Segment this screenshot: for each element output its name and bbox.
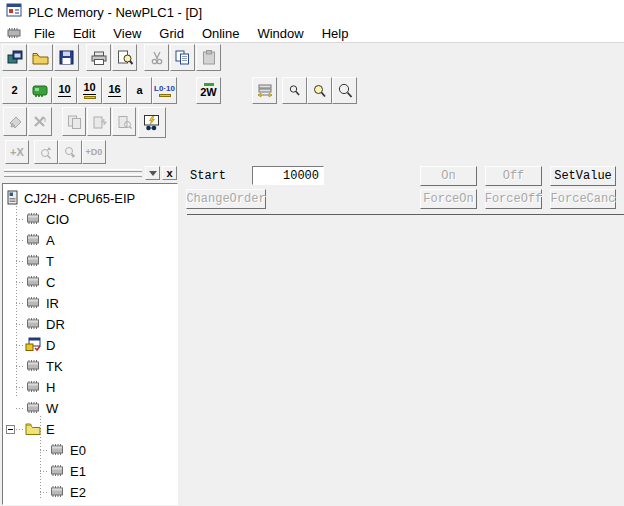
open-button[interactable] <box>28 44 53 71</box>
tree-root[interactable]: CJ2H - CPU65-EIP <box>7 188 135 209</box>
chip-icon <box>25 359 41 375</box>
panel-close-button[interactable]: x <box>162 166 177 180</box>
start-label: Start <box>190 169 226 183</box>
verify-page-button[interactable] <box>112 107 136 136</box>
menu-online[interactable]: Online <box>193 26 249 41</box>
force-cancel-all-button[interactable]: +X <box>5 140 29 164</box>
tree-item-t[interactable]: T <box>25 251 54 272</box>
tree-connector <box>16 303 25 304</box>
zoom-reset-button[interactable] <box>307 77 332 104</box>
collapse-expander[interactable] <box>6 425 15 434</box>
menu-edit[interactable]: Edit <box>64 26 104 41</box>
compare-with-plc-button[interactable] <box>62 107 86 136</box>
tree-connector <box>16 429 25 430</box>
find-next-button[interactable] <box>58 140 82 164</box>
memory-window-icon <box>25 337 41 355</box>
tree-item-e1[interactable]: E1 <box>49 461 86 482</box>
chip-icon <box>25 296 41 312</box>
chip-icon <box>25 401 41 417</box>
tree-item-label: A <box>46 233 55 248</box>
menu-view[interactable]: View <box>104 26 150 41</box>
transfer-page-up-button[interactable] <box>87 107 111 136</box>
chip-icon <box>25 275 41 291</box>
tree-item-h[interactable]: H <box>25 377 55 398</box>
tree-connector <box>40 450 49 451</box>
cut-button[interactable] <box>144 44 169 71</box>
tree-item-w[interactable]: W <box>25 398 58 419</box>
copy-button[interactable] <box>170 44 195 71</box>
setvalue-button[interactable]: SetValue <box>550 166 616 186</box>
forcecanc-button[interactable]: ForceCanc <box>550 189 616 209</box>
text-format-button[interactable]: a <box>127 77 152 104</box>
chip-icon <box>25 212 41 228</box>
chip-icon <box>49 464 65 480</box>
tree-item-cio[interactable]: CIO <box>25 209 69 230</box>
changeorder-button[interactable]: ChangeOrder <box>186 189 266 209</box>
monitor-button[interactable] <box>138 107 166 138</box>
menu-grid[interactable]: Grid <box>150 26 193 41</box>
zoom-out-button[interactable] <box>282 77 307 104</box>
panel-menu-button[interactable] <box>145 166 160 180</box>
tree-item-label: E2 <box>70 485 86 500</box>
folder-icon <box>25 422 41 438</box>
bcd-format-button[interactable] <box>27 77 52 104</box>
double-word-button[interactable]: 2W <box>196 77 221 104</box>
paste-button[interactable] <box>196 44 221 71</box>
float-format-button[interactable]: L0·10 <box>152 77 177 104</box>
chip-icon <box>25 254 41 270</box>
hex-format-button[interactable]: 16 <box>102 77 127 104</box>
column-width-button[interactable] <box>252 77 277 104</box>
tree-connector <box>16 408 25 409</box>
memory-grid <box>187 214 624 506</box>
tree-connector <box>16 366 25 367</box>
transfer-to-plc-button[interactable] <box>3 107 27 136</box>
forceoff-button[interactable]: ForceOff <box>485 189 542 209</box>
menu-file[interactable]: File <box>25 26 64 41</box>
tree-item-tk[interactable]: TK <box>25 356 63 377</box>
menu-help[interactable]: Help <box>313 26 358 41</box>
tree-root-label: CJ2H - CPU65-EIP <box>24 191 135 206</box>
decimal-format-button[interactable]: 10 <box>52 77 77 104</box>
plc-icon <box>7 190 19 208</box>
tree-connector <box>16 387 25 388</box>
tree-item-d[interactable]: D <box>25 335 55 356</box>
tree-connector <box>16 282 25 283</box>
print-button[interactable] <box>86 44 111 71</box>
menu-bar: FileEditViewGridOnlineWindowHelp <box>0 24 624 43</box>
tree-item-label: E0 <box>70 443 86 458</box>
menu-window[interactable]: Window <box>248 26 312 41</box>
memory-tree-panel: CJ2H - CPU65-EIPCIOATCIRDRDTKHWEE0E1E2E3 <box>2 183 178 505</box>
zoom-in-button[interactable] <box>332 77 357 104</box>
save-button[interactable] <box>54 44 79 71</box>
print-preview-button[interactable] <box>112 44 137 71</box>
start-address-input[interactable] <box>252 166 324 185</box>
address-watch-button[interactable]: +D0 <box>82 140 106 164</box>
panel-gripper[interactable] <box>4 169 142 172</box>
tree-connector <box>40 492 49 493</box>
cascade-windows-button[interactable] <box>2 44 27 71</box>
find-previous-button[interactable] <box>34 140 58 164</box>
chip-icon <box>25 317 41 333</box>
binary-format-button[interactable]: 2 <box>2 77 27 104</box>
tree-item-label: IR <box>46 296 59 311</box>
tree-item-e[interactable]: E <box>25 419 55 440</box>
tree-item-label: T <box>46 254 54 269</box>
tree-item-e3[interactable]: E3 <box>49 503 86 505</box>
tree-item-dr[interactable]: DR <box>25 314 65 335</box>
tree-connector <box>16 324 25 325</box>
signed-decimal-format-button[interactable]: 10 <box>77 77 102 104</box>
chip-icon <box>25 380 41 396</box>
panel-gripper[interactable] <box>4 174 142 177</box>
tree-item-a[interactable]: A <box>25 230 55 251</box>
on-button[interactable]: On <box>420 166 477 186</box>
tree-item-label: E1 <box>70 464 86 479</box>
document-chip-icon <box>5 27 23 39</box>
forceon-button[interactable]: ForceOn <box>420 189 477 209</box>
transfer-from-plc-button[interactable] <box>28 107 52 136</box>
tree-item-e0[interactable]: E0 <box>49 440 86 461</box>
off-button[interactable]: Off <box>485 166 542 186</box>
tree-item-c[interactable]: C <box>25 272 55 293</box>
tree-item-e2[interactable]: E2 <box>49 482 86 503</box>
tree-item-ir[interactable]: IR <box>25 293 59 314</box>
tree-item-label: W <box>46 401 58 416</box>
